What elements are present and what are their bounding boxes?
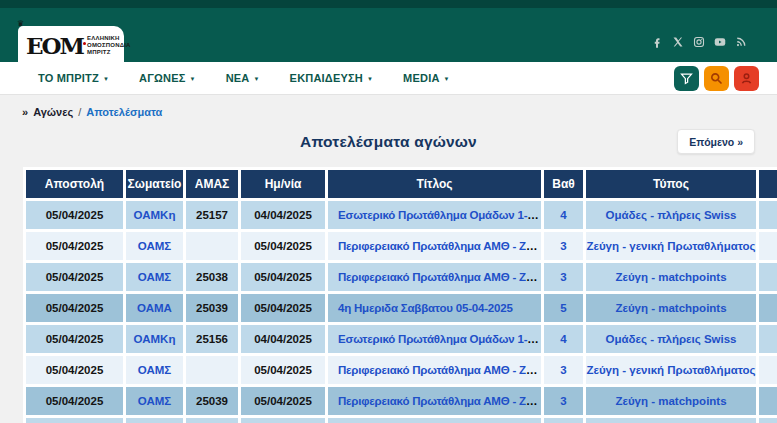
event-type-link[interactable]: Ζεύγη - matchpoints [615, 302, 726, 314]
search-button[interactable] [704, 66, 729, 91]
event-title-link[interactable]: Περιφερειακό Πρωτάθλημα ΑΜΘ - Ζεύγη 1-9 … [338, 240, 541, 252]
col-header-titlos: Τίτλος [328, 170, 541, 198]
page-title: Αποτελέσματα αγώνων [22, 129, 755, 155]
breadcrumb-link-agones[interactable]: Αγώνες [33, 106, 73, 118]
cell-amas [186, 356, 238, 384]
logo-line-1: ΕΛΛΗΝΙΚΗ [87, 35, 131, 42]
cell-extra [759, 325, 777, 353]
event-type-link[interactable]: Ομάδες - πλήρεις Swiss [605, 209, 736, 221]
event-type-link[interactable]: Ζεύγη - γενική Πρωταθλήματος [586, 364, 755, 376]
event-title-link[interactable]: Περιφερειακό Πρωτάθλημα ΑΜΘ - Ζεύγη 1-6 … [338, 395, 541, 407]
club-link[interactable]: ΟΑΜΚη [134, 209, 176, 221]
cell-titlos [328, 418, 541, 423]
nav-item-ekpaideusi[interactable]: ΕΚΠΑΙΔΕΥΣΗ▼ [290, 72, 374, 84]
cell-vath: 4 [544, 325, 583, 353]
cell-typos: Ζεύγη - γενική Πρωταθλήματος [586, 232, 756, 260]
event-title-link[interactable]: 4η Ημεριδα Σαββατου 05-04-2025 [338, 302, 513, 314]
nav-item-nea[interactable]: ΝΕΑ▼ [226, 72, 260, 84]
table-row: 05/04/2025 ΟΑΜΣ 25038 05/04/2025 Περιφερ… [26, 263, 777, 291]
cell-vath: 3 [544, 387, 583, 415]
col-header-imnia: Ημ/νία [241, 170, 325, 198]
cell-apostoli-date [26, 418, 123, 423]
club-link[interactable]: ΟΑΜΑ [137, 302, 172, 314]
event-type-link[interactable]: Ζεύγη - matchpoints [615, 271, 726, 283]
cell-somateio: ΟΑΜΣ [126, 232, 183, 260]
chevron-down-icon: ▼ [367, 76, 373, 82]
col-header-somateio: Σωματείο [126, 170, 183, 198]
cell-typos: Ομάδες - πλήρεις Swiss [586, 201, 756, 229]
nav-label: ΤΟ ΜΠΡΙΤΖ [38, 72, 99, 84]
cell-date: 04/04/2025 [241, 201, 325, 229]
instagram-icon[interactable] [693, 36, 705, 48]
cell-vath: 3 [544, 263, 583, 291]
nav-item-media[interactable]: MEDIA▼ [403, 72, 450, 84]
youtube-icon[interactable] [714, 36, 726, 48]
col-header-amas: ΑΜΑΣ [186, 170, 238, 198]
club-link[interactable]: ΟΑΜΚη [134, 333, 176, 345]
club-link[interactable]: ΟΑΜΣ [138, 271, 171, 283]
event-type-link[interactable]: Ζεύγη - γενική Πρωταθλήματος [586, 240, 755, 252]
event-type-link[interactable]: Ζεύγη - matchpoints [615, 395, 726, 407]
cell-extra [759, 201, 777, 229]
main-navbar: ΤΟ ΜΠΡΙΤΖ▼ ΑΓΩΝΕΣ▼ ΝΕΑ▼ ΕΚΠΑΙΔΕΥΣΗ▼ MEDI… [0, 62, 777, 95]
event-type-link[interactable]: Ομάδες - πλήρεις Swiss [605, 333, 736, 345]
cell-somateio: ΟΑΜΚη [126, 325, 183, 353]
logo-line-3: ΜΠΡΙΤΖ [87, 49, 131, 56]
cell-vath: 3 [544, 356, 583, 384]
results-table-body: 05/04/2025 ΟΑΜΚη 25157 04/04/2025 Εσωτερ… [26, 201, 777, 423]
cell-typos: Ζεύγη - matchpoints [586, 294, 756, 322]
cell-date: 05/04/2025 [241, 387, 325, 415]
nav-tool-buttons [674, 66, 759, 91]
cell-typos: Ομάδες - πλήρεις Swiss [586, 325, 756, 353]
chevron-down-icon: ▼ [444, 76, 450, 82]
breadcrumb: » Αγώνες / Αποτελέσματα [22, 105, 755, 119]
cell-vath: 3 [544, 232, 583, 260]
filter-button[interactable] [674, 66, 699, 91]
cell-titlos: Εσωτερικό Πρωτάθλημα Ομάδων 1-9 "ΔΙΟΓΕΝΗ… [328, 325, 541, 353]
cell-somateio: ΟΑΜΣ [126, 356, 183, 384]
nav-label: ΑΓΩΝΕΣ [139, 72, 185, 84]
cell-somateio: ΟΑΜΑ [126, 294, 183, 322]
federation-logo[interactable]: ΕΟΜ ♛ ΕΛΛΗΝΙΚΗ ΟΜΟΣΠΟΝΔΙΑ ΜΠΡΙΤΖ [18, 26, 124, 62]
event-title-link[interactable]: Περιφερειακό Πρωτάθλημα ΑΜΘ - Ζεύγη 1-9 … [338, 271, 541, 283]
cell-extra [759, 232, 777, 260]
nav-item-to-bridge[interactable]: ΤΟ ΜΠΡΙΤΖ▼ [38, 72, 109, 84]
table-row: 05/04/2025 ΟΑΜΚη 25157 04/04/2025 Εσωτερ… [26, 201, 777, 229]
facebook-icon[interactable] [651, 36, 663, 48]
cell-titlos: Περιφερειακό Πρωτάθλημα ΑΜΘ - Ζεύγη 1-9 … [328, 232, 541, 260]
x-icon[interactable] [672, 36, 684, 48]
nav-label: ΝΕΑ [226, 72, 250, 84]
cell-somateio: ΟΑΜΣ [126, 263, 183, 291]
results-table: Αποστολή Σωματείο ΑΜΑΣ Ημ/νία Τίτλος Βαθ… [23, 167, 777, 423]
event-title-link[interactable]: Περιφερειακό Πρωτάθλημα ΑΜΘ - Ζεύγη 1-6 … [338, 364, 541, 376]
user-icon [739, 71, 754, 86]
cell-typos: Ζεύγη - γενική Πρωταθλήματος [586, 356, 756, 384]
cell-titlos: Εσωτερικό Πρωτάθλημα Ομάδων 1-6 2η Ημερί… [328, 201, 541, 229]
cell-typos: Ζεύγη - matchpoints [586, 387, 756, 415]
cell-amas: 25156 [186, 325, 238, 353]
table-row: 05/04/2025 ΟΑΜΣ 05/04/2025 Περιφερειακό … [26, 356, 777, 384]
club-link[interactable]: ΟΑΜΣ [138, 364, 171, 376]
event-title-link[interactable]: Εσωτερικό Πρωτάθλημα Ομάδων 1-6 2η Ημερί… [338, 209, 541, 221]
breadcrumb-link-apotelesmata[interactable]: Αποτελέσματα [86, 106, 162, 118]
cell-date: 05/04/2025 [241, 232, 325, 260]
account-button[interactable] [734, 66, 759, 91]
next-page-button[interactable]: Επόμενο » [677, 129, 755, 154]
table-row: 05/04/2025 ΟΑΜΣ 05/04/2025 Περιφερειακό … [26, 232, 777, 260]
cell-apostoli-date: 05/04/2025 [26, 387, 123, 415]
cell-apostoli-date: 05/04/2025 [26, 325, 123, 353]
table-row: 05/04/2025 ΟΑΜΣ 25039 05/04/2025 Περιφερ… [26, 387, 777, 415]
chevron-down-icon: ▼ [189, 76, 195, 82]
club-link[interactable]: ΟΑΜΣ [138, 395, 171, 407]
cell-apostoli-date: 05/04/2025 [26, 201, 123, 229]
breadcrumb-prefix: » [22, 106, 28, 118]
cell-vath: 4 [544, 201, 583, 229]
rss-icon[interactable] [735, 36, 747, 48]
club-link[interactable]: ΟΑΜΣ [138, 240, 171, 252]
results-table-container: Αποστολή Σωματείο ΑΜΑΣ Ημ/νία Τίτλος Βαθ… [23, 167, 755, 423]
cell-apostoli-date: 05/04/2025 [26, 356, 123, 384]
event-title-link[interactable]: Εσωτερικό Πρωτάθλημα Ομάδων 1-9 "ΔΙΟΓΕΝΗ… [338, 333, 541, 345]
nav-item-agones[interactable]: ΑΓΩΝΕΣ▼ [139, 72, 196, 84]
cell-date: 05/04/2025 [241, 294, 325, 322]
search-icon [709, 71, 724, 86]
